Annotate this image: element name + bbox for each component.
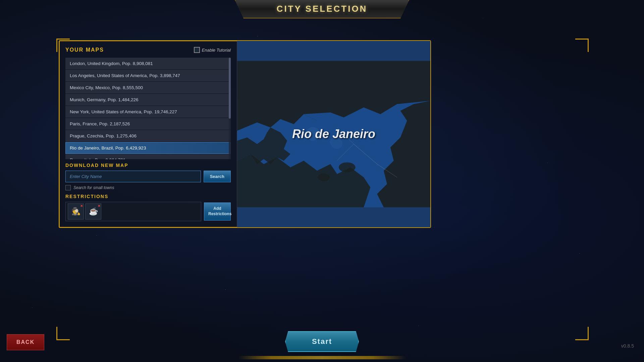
city-name-input[interactable] xyxy=(65,171,201,182)
city-list-item[interactable]: Munich, Germany, Pop. 1,484,226 xyxy=(65,94,231,106)
left-panel-header: YOUR MAPS Enable Tutorial xyxy=(65,47,231,53)
restriction-icon-2-img: ☕ xyxy=(89,207,98,216)
search-button[interactable]: Search xyxy=(204,171,231,182)
scroll-thumb xyxy=(229,58,231,119)
title-bar: CITY SELECTION xyxy=(235,0,409,18)
scrollbar[interactable] xyxy=(229,58,231,159)
download-label: DOWNLOAD NEW MAP xyxy=(65,163,231,168)
back-button[interactable]: BACK xyxy=(7,334,44,350)
right-panel: Rio de Janeiro xyxy=(237,41,430,227)
city-list-item[interactable]: Prague, Czechia, Pop. 1,275,406 xyxy=(65,130,231,142)
city-list-item[interactable]: New York, United States of America, Pop.… xyxy=(65,106,231,118)
city-list-item[interactable]: Los Angeles, United States of America, P… xyxy=(65,70,231,81)
bottom-strip xyxy=(238,356,406,359)
small-towns-checkbox[interactable] xyxy=(65,185,71,190)
page-title: CITY SELECTION xyxy=(277,4,368,14)
corner-decoration-br xyxy=(575,327,589,340)
tutorial-checkbox[interactable] xyxy=(194,47,200,53)
download-section: DOWNLOAD NEW MAP Search Search for small… xyxy=(65,163,231,190)
city-list-item[interactable]: Paris, France, Pop. 2,187,526 xyxy=(65,118,231,130)
main-panel: YOUR MAPS Enable Tutorial London, United… xyxy=(59,40,431,228)
small-towns-row: Search for small towns xyxy=(65,185,231,190)
restriction-icon-2-remove: ✕ xyxy=(98,204,100,208)
restrictions-box: 🕵️ ✕ ☕ ✕ xyxy=(65,202,201,221)
corner-decoration-bl xyxy=(56,327,70,340)
add-restrictions-button[interactable]: Add Restrictions xyxy=(204,202,231,220)
svg-point-2 xyxy=(318,173,330,181)
restriction-icon-2[interactable]: ☕ ✕ xyxy=(85,203,101,220)
map-container: Rio de Janeiro xyxy=(237,41,430,227)
restrictions-section: RESTRICTIONS 🕵️ ✕ ☕ ✕ Add Restrictions xyxy=(65,194,231,221)
city-list-inner: London, United Kingdom, Pop. 8,908,081Lo… xyxy=(65,58,231,159)
restrictions-label: RESTRICTIONS xyxy=(65,194,231,199)
city-list-item[interactable]: Rome, Italy, Pop. 2,864,731 xyxy=(65,154,231,159)
restriction-icon-1-img: 🕵️ xyxy=(71,207,80,216)
left-panel: YOUR MAPS Enable Tutorial London, United… xyxy=(59,41,237,227)
start-button[interactable]: Start xyxy=(285,331,359,352)
corner-decoration-tr xyxy=(575,39,589,52)
restriction-icon-1[interactable]: 🕵️ ✕ xyxy=(68,203,84,220)
tutorial-toggle[interactable]: Enable Tutorial xyxy=(194,47,231,53)
search-row: Search xyxy=(65,171,231,182)
your-maps-label: YOUR MAPS xyxy=(65,47,104,53)
tutorial-label: Enable Tutorial xyxy=(202,48,231,53)
city-list-item[interactable]: London, United Kingdom, Pop. 8,908,081 xyxy=(65,58,231,69)
svg-point-1 xyxy=(339,162,356,172)
city-list: London, United Kingdom, Pop. 8,908,081Lo… xyxy=(65,58,231,159)
restriction-icon-1-remove: ✕ xyxy=(80,204,83,208)
city-list-item[interactable]: Mexico City, Mexico, Pop. 8,555,500 xyxy=(65,82,231,94)
restrictions-row: 🕵️ ✕ ☕ ✕ Add Restrictions xyxy=(65,202,231,221)
version-text: v0.8.5 xyxy=(621,343,634,349)
city-list-item[interactable]: Rio de Janeiro, Brazil, Pop. 6,429,923 xyxy=(65,142,231,154)
map-svg xyxy=(237,41,430,227)
small-towns-label: Search for small towns xyxy=(73,185,114,190)
